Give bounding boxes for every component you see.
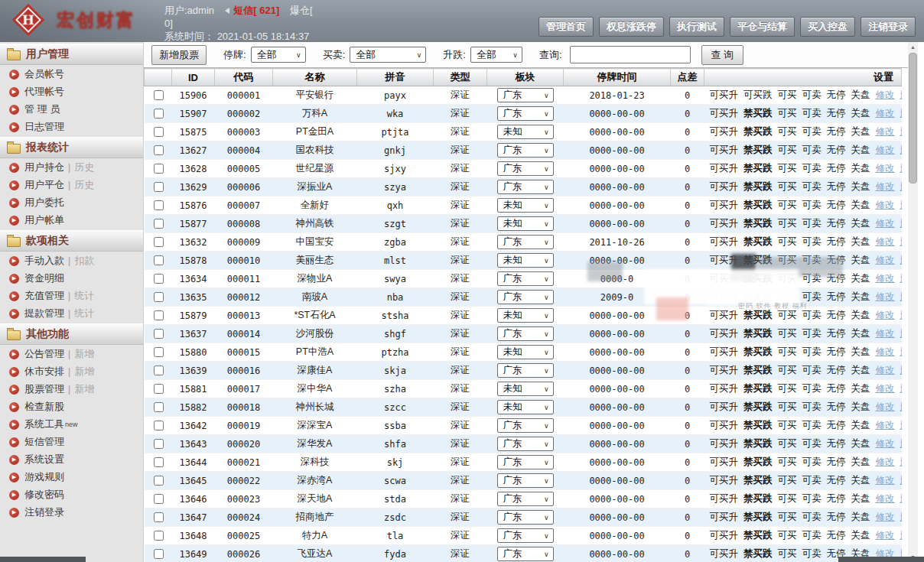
sector-select[interactable]: 未知∨ (497, 125, 554, 139)
sidebar-item-extra-link[interactable]: 历史 (74, 161, 94, 174)
search-input[interactable] (570, 46, 691, 63)
sidebar-item[interactable]: ▶注销登录 (0, 503, 143, 521)
action-no-stop[interactable]: 无停 (827, 255, 846, 265)
delete-link[interactable]: 删除 (900, 108, 902, 119)
action-no-stop[interactable]: 无停 (827, 383, 846, 394)
action-no-stop[interactable]: 无停 (827, 530, 846, 541)
action-fall-toggle[interactable]: 禁买跌 (743, 328, 773, 339)
sector-select[interactable]: 广东∨ (497, 437, 554, 451)
sms-counter[interactable]: 短信[ 621] (233, 5, 279, 16)
action-no-stop[interactable]: 无停 (827, 328, 846, 339)
row-checkbox[interactable] (154, 127, 164, 137)
sidebar-item[interactable]: ▶系统工具new (0, 415, 143, 433)
action-allow-sell[interactable]: 可卖 (802, 181, 822, 192)
delete-link[interactable]: 删除 (900, 346, 902, 357)
sidebar-item[interactable]: ▶提款管理|统计 (0, 304, 143, 322)
edit-link[interactable]: 修改 (876, 328, 895, 339)
edit-link[interactable]: 修改 (876, 365, 895, 375)
row-checkbox[interactable] (154, 329, 164, 339)
sidebar-item[interactable]: ▶用户平仓|历史 (0, 176, 143, 193)
action-no-stop[interactable]: 无停 (827, 475, 846, 486)
action-fall-toggle[interactable]: 禁买跌 (743, 310, 773, 320)
action-no-stop[interactable]: 无停 (827, 273, 846, 284)
delete-link[interactable]: 删除 (900, 383, 902, 394)
action-no-stop[interactable]: 无停 (827, 310, 846, 320)
action-close-market[interactable]: 关盘 (851, 420, 870, 430)
edit-link[interactable]: 修改 (876, 181, 895, 192)
nav-button[interactable]: 权息涨跌停 (599, 17, 664, 37)
edit-link[interactable]: 修改 (876, 475, 895, 486)
delete-link[interactable]: 删除 (900, 181, 902, 192)
action-allow-sell[interactable]: 可卖 (802, 200, 822, 210)
row-checkbox[interactable] (154, 476, 164, 486)
action-no-stop[interactable]: 无停 (827, 108, 846, 119)
action-allow-rise[interactable]: 可买升 (710, 89, 739, 100)
action-fall-toggle[interactable]: 禁买跌 (743, 365, 773, 375)
action-allow-sell[interactable]: 可卖 (802, 108, 822, 119)
action-close-market[interactable]: 关盘 (851, 493, 870, 504)
action-fall-toggle[interactable]: 禁买跌 (743, 291, 773, 302)
row-checkbox[interactable] (154, 292, 164, 302)
sector-select[interactable]: 广东∨ (497, 180, 554, 194)
sector-select[interactable]: 未知∨ (497, 216, 554, 231)
action-allow-rise[interactable]: 可买升 (710, 291, 739, 302)
action-allow-rise[interactable]: 可买升 (710, 328, 739, 339)
edit-link[interactable]: 修改 (876, 383, 895, 394)
action-close-market[interactable]: 关盘 (851, 126, 870, 137)
delete-link[interactable]: 删除 (900, 493, 902, 504)
action-allow-rise[interactable]: 可买升 (710, 438, 739, 449)
action-allow-sell[interactable]: 可卖 (802, 346, 822, 357)
search-button[interactable]: 查 询 (701, 45, 744, 65)
action-allow-buy[interactable]: 可买 (778, 108, 797, 119)
action-allow-buy[interactable]: 可买 (778, 456, 797, 467)
sidebar-item[interactable]: ▶用户持仓|历史 (0, 158, 143, 176)
action-allow-buy[interactable]: 可买 (778, 181, 797, 192)
action-allow-buy[interactable]: 可买 (778, 512, 797, 522)
sector-select[interactable]: 广东∨ (497, 106, 554, 121)
action-no-stop[interactable]: 无停 (827, 456, 846, 467)
edit-link[interactable]: 修改 (876, 255, 895, 265)
edit-link[interactable]: 修改 (876, 236, 895, 247)
action-fall-toggle[interactable]: 禁买跌 (743, 401, 773, 412)
action-allow-buy[interactable]: 可买 (778, 420, 797, 430)
action-allow-sell[interactable]: 可卖 (802, 89, 822, 100)
delete-link[interactable]: 删除 (900, 365, 902, 375)
sidebar-item[interactable]: ▶手动入款|扣款 (0, 252, 143, 269)
action-close-market[interactable]: 关盘 (851, 163, 870, 174)
action-no-stop[interactable]: 无停 (827, 438, 846, 449)
action-allow-sell[interactable]: 可卖 (802, 530, 822, 541)
filter-select[interactable]: 全部∨ (350, 47, 426, 63)
row-checkbox[interactable] (154, 457, 164, 467)
action-allow-rise[interactable]: 可买升 (710, 273, 739, 284)
action-allow-sell[interactable]: 可卖 (802, 255, 822, 265)
action-fall-toggle[interactable]: 禁买跌 (743, 200, 773, 210)
row-checkbox[interactable] (154, 439, 164, 449)
sector-select[interactable]: 未知∨ (497, 382, 554, 396)
action-fall-toggle[interactable]: 禁买跌 (743, 145, 773, 155)
action-allow-buy[interactable]: 可买 (778, 310, 797, 320)
sector-select[interactable]: 未知∨ (497, 400, 554, 414)
action-no-stop[interactable]: 无停 (827, 512, 846, 522)
sidebar-section-header[interactable]: 款项相关 (0, 230, 143, 252)
delete-link[interactable]: 删除 (900, 218, 902, 229)
edit-link[interactable]: 修改 (876, 163, 895, 174)
action-close-market[interactable]: 关盘 (851, 438, 870, 449)
delete-link[interactable]: 删除 (900, 310, 902, 320)
action-allow-sell[interactable]: 可卖 (802, 512, 822, 522)
action-allow-rise[interactable]: 可买升 (710, 181, 739, 192)
action-close-market[interactable]: 关盘 (851, 346, 870, 357)
sector-select[interactable]: 未知∨ (497, 253, 554, 268)
action-allow-sell[interactable]: 可卖 (802, 291, 822, 302)
sector-select[interactable]: 广东∨ (497, 143, 554, 158)
sidebar-item-extra-link[interactable]: 扣款 (74, 254, 94, 268)
action-allow-rise[interactable]: 可买升 (710, 475, 739, 486)
row-checkbox[interactable] (154, 90, 164, 100)
sidebar-item[interactable]: ▶管 理 员 (0, 100, 143, 118)
sidebar-item-extra-link[interactable]: 新增 (74, 347, 94, 361)
sector-select[interactable]: 未知∨ (497, 308, 554, 323)
row-checkbox[interactable] (154, 365, 164, 375)
row-checkbox[interactable] (154, 200, 164, 210)
add-stock-button[interactable]: 新增股票 (151, 45, 207, 65)
action-no-stop[interactable]: 无停 (827, 346, 846, 357)
action-allow-rise[interactable]: 可买升 (710, 346, 739, 357)
